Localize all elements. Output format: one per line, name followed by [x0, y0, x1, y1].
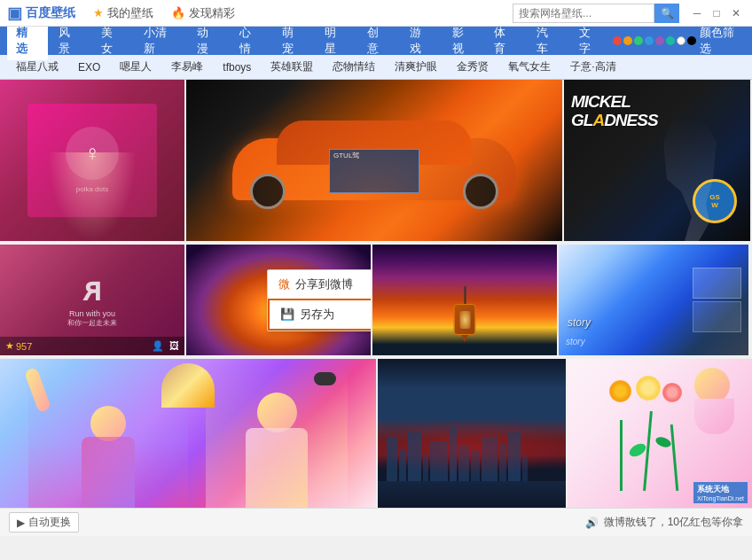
close-button[interactable]: ✕	[727, 4, 745, 22]
context-menu: 微 分享到微博 💾 另存为	[267, 269, 371, 331]
bottom-bar: ▶ 自动更换 🔊 微博散钱了，10亿红包等你拿	[0, 508, 752, 536]
grid-row-1: ♀ polka dots	[0, 80, 752, 241]
tag-jinsuxian[interactable]: 金秀贤	[448, 58, 497, 76]
search-icon: 🔍	[661, 7, 674, 19]
nav-item-cars[interactable]: 汽车	[528, 21, 568, 60]
titlebar: ▣ 百度壁纸 ★ 我的壁纸 🔥 发现精彩 🔍 ─ □ ✕	[0, 0, 752, 27]
nav-item-stars[interactable]: 明星	[316, 21, 356, 60]
stars-count: ★ 957	[5, 340, 32, 352]
wallpaper-r2c1[interactable]: ᴙ Run with you 和你一起走未来 ★ 957 👤 🖼	[0, 245, 184, 355]
site-watermark: 系统天地 XiTongTianDi.net	[693, 482, 748, 503]
weibo-icon: 微	[278, 276, 290, 292]
user-icon: 👤	[152, 340, 164, 352]
share-weibo-item[interactable]: 微 分享到微博	[268, 270, 371, 299]
minimize-button[interactable]: ─	[688, 4, 706, 22]
window-controls: ─ □ ✕	[688, 4, 745, 22]
fire-icon: 🔥	[171, 6, 185, 19]
nav-item-games[interactable]: 游戏	[401, 21, 442, 60]
tag-lianwu[interactable]: 恋物情结	[324, 58, 384, 76]
star-icon: ★	[93, 6, 104, 19]
wallpaper-r3c1[interactable]	[0, 359, 376, 508]
auto-change-label: 自动更换	[28, 515, 71, 530]
auto-icon: ▶	[17, 517, 25, 529]
grid-row-2: ᴙ Run with you 和你一起走未来 ★ 957 👤 🖼 微	[0, 245, 752, 355]
tag-heroesleague[interactable]: 英雄联盟	[262, 58, 322, 76]
tag-nxingren[interactable]: 嗯星人	[111, 58, 161, 76]
tab-discover[interactable]: 🔥 发现精彩	[171, 5, 235, 21]
tag-tfboys[interactable]: tfboys	[214, 59, 260, 75]
nav-item-scenery[interactable]: 风景	[50, 21, 90, 60]
color-filter-label: 颜色筛选	[700, 25, 745, 57]
nav-item-fresh[interactable]: 小清新	[135, 21, 187, 60]
app-title: 百度壁纸	[26, 5, 75, 21]
wallpaper-grid: ♀ polka dots	[0, 80, 752, 508]
wallpaper-r3c2[interactable]	[378, 359, 566, 508]
tag-oxygen-girl[interactable]: 氧气女生	[499, 58, 560, 76]
logo-icon: ▣	[7, 4, 22, 23]
titlebar-tabs: ★ 我的壁纸 🔥 发现精彩	[93, 5, 235, 21]
nav-item-creative[interactable]: 创意	[358, 21, 399, 60]
save-as-item[interactable]: 💾 另存为	[268, 299, 371, 331]
pink-text-overlay: ᴙ Run with you 和你一起走未来	[67, 273, 117, 327]
nav-item-text[interactable]: 文字	[570, 21, 611, 60]
tag-ziyi-hd[interactable]: 子意·高清	[561, 58, 624, 76]
speaker-icon: 🔊	[585, 517, 599, 529]
wallpaper-r2c4[interactable]: story story	[559, 245, 748, 355]
nav-item-beauty[interactable]: 美女	[92, 21, 133, 60]
cell-overlay-r2c1: ★ 957 👤 🖼	[0, 337, 184, 355]
color-filter[interactable]: 颜色筛选	[613, 25, 745, 57]
tag-exo[interactable]: EXO	[69, 59, 109, 75]
tagbar: 福星八戒 EXO 嗯星人 李易峰 tfboys 英雄联盟 恋物情结 清爽护眼 金…	[0, 55, 752, 80]
tag-refreshing[interactable]: 清爽护眼	[386, 58, 446, 76]
save-icon: 💾	[280, 307, 294, 321]
search-button[interactable]: 🔍	[654, 4, 679, 23]
tag-fuxingbazhi[interactable]: 福星八戒	[7, 58, 67, 76]
tab-my-wallpaper[interactable]: ★ 我的壁纸	[93, 5, 153, 21]
basketball-text: MICKELGLADNESS	[571, 93, 658, 130]
wallpaper-r3c3[interactable]: 系统天地 XiTongTianDi.net	[568, 359, 752, 508]
nav-item-mood[interactable]: 心情	[231, 21, 271, 60]
search-input[interactable]	[513, 4, 654, 23]
nav-item-anime[interactable]: 动漫	[188, 21, 229, 60]
nav-item-selected[interactable]: 精选	[7, 21, 48, 60]
maximize-button[interactable]: □	[708, 4, 725, 22]
navbar: 精选 风景 美女 小清新 动漫 心情 萌宠 明星 创意 游戏 影视 体育 汽车 …	[0, 27, 752, 55]
wallpaper-r2c3[interactable]	[372, 245, 557, 355]
auto-change-button[interactable]: ▶ 自动更换	[9, 512, 79, 533]
nav-item-movies[interactable]: 影视	[443, 21, 484, 60]
wallpaper-r1c2[interactable]: GTUL驾	[186, 80, 562, 241]
app-logo: ▣ 百度壁纸	[7, 4, 75, 23]
notification-text: 微博散钱了，10亿红包等你拿	[604, 515, 743, 530]
nav-item-pets[interactable]: 萌宠	[273, 21, 314, 60]
tag-liyifeng[interactable]: 李易峰	[162, 58, 212, 76]
wallpaper-r1c3[interactable]: MICKELGLADNESS GSW	[564, 80, 750, 241]
notification-bar: 🔊 微博散钱了，10亿红包等你拿	[585, 515, 743, 530]
image-icon: 🖼	[169, 340, 179, 352]
search-bar: 🔍	[513, 4, 679, 23]
grid-row-3: 系统天地 XiTongTianDi.net	[0, 359, 752, 508]
nav-item-sports[interactable]: 体育	[485, 21, 526, 60]
wallpaper-r2c2[interactable]: 微 分享到微博 💾 另存为	[186, 245, 371, 355]
wallpaper-r1c1[interactable]: ♀ polka dots	[0, 80, 184, 241]
cell-icons: 👤 🖼	[152, 340, 179, 352]
